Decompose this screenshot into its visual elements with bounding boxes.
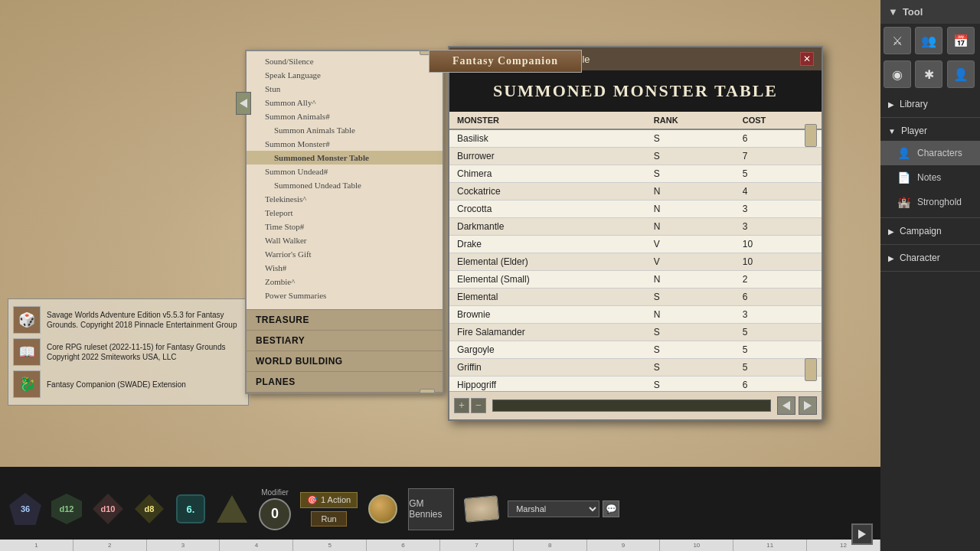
dice-wild-button[interactable] bbox=[214, 491, 250, 527]
cell-rank: N bbox=[646, 271, 735, 289]
table-row[interactable]: GargoyleS5 bbox=[449, 341, 822, 359]
table-row[interactable]: DarkmantleN3 bbox=[449, 218, 822, 236]
notes-label: Notes bbox=[917, 172, 941, 183]
sidebar-item-characters[interactable]: 👤 Characters bbox=[880, 141, 980, 165]
sidebar-item-notes[interactable]: 📄 Notes bbox=[880, 165, 980, 190]
cell-monster: Brownie bbox=[449, 306, 646, 324]
toolbar-library-section: ▶ Library bbox=[880, 91, 980, 118]
cell-rank: S bbox=[646, 289, 735, 306]
cell-rank: S bbox=[646, 148, 735, 165]
table-row[interactable]: BurrowerS7 bbox=[449, 148, 822, 165]
panel-toggle-arrow[interactable] bbox=[236, 92, 251, 115]
modifier-value[interactable]: 0 bbox=[259, 498, 291, 530]
cell-cost: 7 bbox=[735, 148, 822, 165]
toolbar-library-header[interactable]: ▶ Library bbox=[880, 94, 980, 114]
spell-item-summon-undead[interactable]: Summon Undead# bbox=[247, 165, 443, 178]
cell-monster: Gargoyle bbox=[449, 341, 646, 359]
spell-item-summoned-undead-table[interactable]: Summoned Undead Table bbox=[247, 178, 443, 192]
fc-title: Fantasy Companion bbox=[452, 55, 558, 67]
spell-item[interactable]: Zombie^ bbox=[247, 275, 443, 289]
modifier-section: Modifier 0 bbox=[259, 488, 291, 530]
pouch-token[interactable] bbox=[464, 495, 500, 523]
spell-item[interactable]: Wish# bbox=[247, 261, 443, 275]
category-world-building[interactable]: WORLD BUILDING bbox=[247, 351, 443, 372]
run-label: Run bbox=[321, 514, 336, 523]
table-row[interactable]: HippogriffS6 bbox=[449, 377, 822, 392]
spell-item[interactable]: Speak Language bbox=[247, 68, 443, 82]
spell-item[interactable]: Time Stop# bbox=[247, 220, 443, 233]
tool-btn-players[interactable]: 👥 bbox=[915, 27, 942, 54]
tool-btn-person[interactable]: 👤 bbox=[947, 60, 975, 88]
table-row[interactable]: CockatriceN4 bbox=[449, 183, 822, 201]
cell-rank: N bbox=[646, 218, 735, 236]
table-row[interactable]: Fire SalamanderS5 bbox=[449, 324, 822, 341]
tool-btn-sword[interactable]: ⚔ bbox=[884, 27, 911, 54]
chat-button[interactable]: 💬 bbox=[603, 500, 619, 517]
fc-header: Fantasy Companion bbox=[429, 50, 582, 73]
dice-d12-button[interactable]: d12 bbox=[49, 491, 84, 527]
dice-d12-label: d12 bbox=[60, 504, 74, 514]
dice-d12-shape: d12 bbox=[51, 494, 82, 524]
dice-d8-button[interactable]: d8 bbox=[132, 491, 167, 527]
table-row[interactable]: Elemental (Small)N2 bbox=[449, 271, 822, 289]
cell-monster: Burrower bbox=[449, 148, 646, 165]
cell-monster: Chimera bbox=[449, 165, 646, 183]
dice-wild-shape bbox=[217, 494, 247, 524]
spell-item[interactable]: Sound/Silence bbox=[247, 54, 443, 68]
sidebar-item-stronghold[interactable]: 🏰 Stronghold bbox=[880, 190, 980, 214]
remove-button[interactable]: − bbox=[471, 398, 486, 413]
run-button[interactable]: Run bbox=[311, 511, 346, 527]
play-button[interactable] bbox=[851, 523, 873, 545]
spell-item-power-summaries[interactable]: Power Summaries bbox=[247, 289, 443, 302]
table-row[interactable]: Elemental (Elder)V10 bbox=[449, 253, 822, 271]
player-controls: Marshal 💬 bbox=[508, 500, 619, 517]
spell-item[interactable]: Stun bbox=[247, 82, 443, 96]
tool-btn-calendar[interactable]: 📅 bbox=[947, 27, 975, 54]
category-planes[interactable]: PLANES bbox=[247, 372, 443, 393]
chevron-down-icon: ▼ bbox=[888, 127, 896, 135]
spell-item[interactable]: Wall Walker bbox=[247, 233, 443, 247]
ruleset-icon-swade: 🎲 bbox=[13, 306, 41, 334]
dice-d10-button[interactable]: d10 bbox=[90, 491, 126, 527]
cell-monster: Basilisk bbox=[449, 129, 646, 148]
dice-d20-label: 36 bbox=[21, 504, 30, 514]
table-row[interactable]: CrocottaN3 bbox=[449, 201, 822, 218]
toolbar-campaign-section: ▶ Campaign bbox=[880, 218, 980, 245]
dice-d10-label: d10 bbox=[101, 504, 116, 514]
notes-icon: 📄 bbox=[896, 170, 911, 185]
table-row[interactable]: GriffinS5 bbox=[449, 359, 822, 377]
table-row[interactable]: ChimeraS5 bbox=[449, 165, 822, 183]
cell-monster: Crocotta bbox=[449, 201, 646, 218]
spell-item[interactable]: Summon Ally^ bbox=[247, 96, 443, 109]
player-select[interactable]: Marshal bbox=[508, 500, 599, 517]
toolbar-campaign-header[interactable]: ▶ Campaign bbox=[880, 221, 980, 241]
category-treasure[interactable]: TREASURE bbox=[247, 310, 443, 331]
spell-item[interactable]: Warrior's Gift bbox=[247, 247, 443, 261]
add-button[interactable]: + bbox=[454, 398, 469, 413]
table-row[interactable]: BasiliskS6 bbox=[449, 129, 822, 148]
category-bestiary[interactable]: BESTIARY bbox=[247, 331, 443, 351]
action-icon: 🎯 bbox=[307, 495, 318, 505]
next-button[interactable] bbox=[799, 396, 817, 415]
stronghold-label: Stronghold bbox=[917, 197, 962, 207]
spell-item[interactable]: Teleport bbox=[247, 206, 443, 220]
table-row[interactable]: ElementalS6 bbox=[449, 289, 822, 306]
toolbar-player-header[interactable]: ▼ Player bbox=[880, 121, 980, 141]
window-close-button[interactable]: ✕ bbox=[800, 52, 814, 66]
table-row[interactable]: DrakeV10 bbox=[449, 236, 822, 253]
benny-token[interactable] bbox=[368, 494, 397, 523]
table-row[interactable]: BrownieN3 bbox=[449, 306, 822, 324]
spell-item-summon-monster[interactable]: Summon Monster# bbox=[247, 137, 443, 151]
spell-item-summoned-monster-table[interactable]: Summoned Monster Table bbox=[247, 151, 443, 165]
toolbar-character-header[interactable]: ▶ Character bbox=[880, 248, 980, 268]
cell-rank: S bbox=[646, 165, 735, 183]
tool-btn-star[interactable]: ✱ bbox=[915, 60, 942, 88]
cell-cost: 3 bbox=[735, 306, 822, 324]
prev-button[interactable] bbox=[777, 396, 795, 415]
dice-d6-button[interactable]: 6. bbox=[173, 491, 208, 527]
spell-item[interactable]: Telekinesis^ bbox=[247, 192, 443, 206]
spell-item-summon-animals-table[interactable]: Summon Animals Table bbox=[247, 123, 443, 137]
dice-d20-button[interactable]: 36 bbox=[8, 491, 43, 527]
tool-btn-circle[interactable]: ◉ bbox=[884, 60, 911, 88]
spell-item-summon-animals[interactable]: Summon Animals# bbox=[247, 109, 443, 123]
